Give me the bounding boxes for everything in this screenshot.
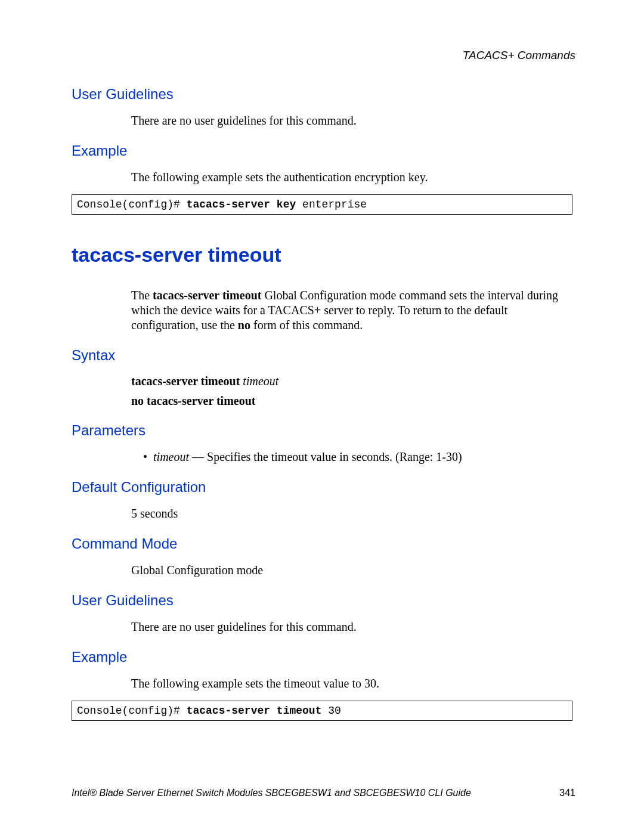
text-command-desc: The tacacs-server timeout Global Configu…: [131, 288, 566, 333]
text-example-1: The following example sets the authentic…: [131, 170, 566, 185]
text-example-2: The following example sets the timeout v…: [131, 676, 566, 691]
code-suffix-2: 30: [321, 705, 340, 717]
heading-parameters: Parameters: [72, 422, 572, 439]
heading-example-2: Example: [72, 649, 572, 665]
heading-syntax: Syntax: [72, 347, 572, 364]
syntax-line1-ital: timeout: [243, 374, 278, 388]
cmd-desc-pre: The: [131, 289, 153, 302]
heading-example-1: Example: [72, 143, 572, 159]
param-bullet-ital: timeout: [153, 450, 189, 463]
cmd-desc-post2: form of this command.: [250, 318, 363, 332]
code-bold-1: tacacs-server key: [187, 199, 296, 210]
text-user-guidelines-2: There are no user guidelines for this co…: [131, 620, 566, 634]
code-prefix-2: Console(config)#: [77, 705, 187, 717]
syntax-line-2: no tacacs-server timeout: [131, 394, 572, 408]
footer-text: Intel® Blade Server Ethernet Switch Modu…: [72, 788, 471, 798]
header-section-title: TACACS+ Commands: [463, 49, 575, 62]
heading-user-guidelines-1: User Guidelines: [72, 86, 572, 103]
code-example-1: Console(config)# tacacs-server key enter…: [72, 194, 572, 215]
code-bold-2: tacacs-server timeout: [187, 705, 322, 717]
code-suffix-1: enterprise: [296, 199, 367, 210]
page-number: 341: [559, 788, 575, 798]
text-user-guidelines-1: There are no user guidelines for this co…: [131, 113, 566, 128]
page: TACACS+ Commands User Guidelines There a…: [0, 0, 644, 833]
heading-default-config: Default Configuration: [72, 479, 572, 496]
cmd-desc-bold: tacacs-server timeout: [153, 289, 261, 302]
param-bullet: • timeout — Specifies the timeout value …: [143, 450, 572, 465]
content-area: User Guidelines There are no user guidel…: [72, 48, 572, 721]
page-footer: Intel® Blade Server Ethernet Switch Modu…: [72, 788, 575, 798]
code-example-2: Console(config)# tacacs-server timeout 3…: [72, 701, 572, 721]
text-command-mode: Global Configuration mode: [131, 563, 566, 578]
heading-command-mode: Command Mode: [72, 535, 572, 552]
param-bullet-rest: — Specifies the timeout value in seconds…: [189, 450, 462, 463]
code-prefix-1: Console(config)#: [77, 199, 187, 210]
text-default-config: 5 seconds: [131, 506, 566, 521]
cmd-desc-bold2: no: [238, 318, 250, 332]
heading-command-title: tacacs-server timeout: [72, 243, 572, 267]
heading-user-guidelines-2: User Guidelines: [72, 592, 572, 609]
syntax-line-1: tacacs-server timeout timeout: [131, 374, 572, 388]
syntax-line1-bold: tacacs-server timeout: [131, 374, 243, 388]
